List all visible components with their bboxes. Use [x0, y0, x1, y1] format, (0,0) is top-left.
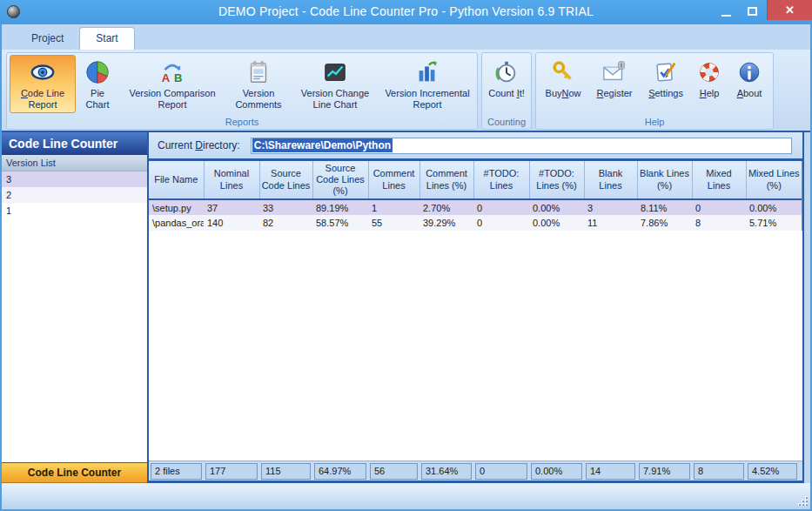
column-header-comment-lines[interactable]: Comment Lines: [368, 161, 419, 199]
titlebar: DEMO Project - Code Line Counter Pro - P…: [0, 0, 812, 24]
ribbon-group-reports: Code Line Report Pie Chart AB Version Co…: [6, 52, 478, 130]
current-directory-label: Current Directory:: [158, 139, 240, 151]
window-title: DEMO Project - Code Line Counter Pro - P…: [0, 4, 812, 18]
button-label: About: [737, 88, 762, 99]
line-chart-icon: [321, 58, 349, 86]
button-label: Code Line Report: [12, 88, 73, 111]
count-it-button[interactable]: Count It!: [485, 55, 528, 102]
column-header-blank-lines-pct[interactable]: Blank Lines (%): [637, 161, 692, 199]
ab-comparison-icon: AB: [158, 58, 186, 86]
column-header-file-name[interactable]: File Name: [149, 161, 204, 199]
column-header-mixed-lines-pct[interactable]: Mixed Lines (%): [746, 161, 802, 199]
table-cell: \setup.py: [149, 199, 204, 215]
table-cell: 37: [204, 199, 259, 215]
code-line-report-button[interactable]: Code Line Report: [10, 55, 76, 113]
close-button[interactable]: ✕: [767, 0, 812, 20]
summary-source-code-lines-pct: 64.97%: [314, 463, 366, 480]
table-cell: 39.29%: [419, 215, 473, 231]
results-table: File Name Nominal Lines Source Code Line…: [149, 161, 802, 231]
column-header-comment-lines-pct[interactable]: Comment Lines (%): [419, 161, 473, 199]
column-header-mixed-lines[interactable]: Mixed Lines: [692, 161, 746, 199]
notepad-icon: [245, 58, 272, 86]
button-label: Version Comparison Report: [122, 88, 223, 111]
minimize-button[interactable]: [716, 3, 735, 19]
column-header-todo-lines-pct[interactable]: #TODO: Lines (%): [529, 161, 584, 199]
ribbon: Code Line Report Pie Chart AB Version Co…: [2, 50, 810, 132]
summary-source-code-lines: 115: [261, 463, 311, 480]
table-empty-area: [149, 231, 802, 461]
button-label: Count It!: [488, 88, 525, 99]
button-label: Help: [700, 88, 720, 99]
column-header-nominal-lines[interactable]: Nominal Lines: [204, 161, 259, 199]
table-cell: 82: [259, 215, 312, 231]
version-incremental-report-button[interactable]: Version Incremental Report: [380, 55, 474, 113]
table-cell: 2.70%: [419, 199, 473, 215]
summary-todo-lines-pct: 0.00%: [531, 463, 582, 480]
version-comparison-report-button[interactable]: AB Version Comparison Report: [119, 55, 225, 113]
table-cell: 3: [584, 199, 637, 215]
table-cell: 140: [204, 215, 259, 231]
buynow-button[interactable]: BuyNow: [539, 55, 587, 102]
table-cell: 89.19%: [312, 199, 368, 215]
version-list-item[interactable]: 1: [2, 203, 147, 219]
button-label: Pie Chart: [80, 88, 115, 111]
application-window: DEMO Project - Code Line Counter Pro - P…: [0, 0, 812, 511]
lifebuoy-icon: [695, 58, 723, 86]
summary-mixed-lines: 8: [694, 463, 744, 480]
right-margin-strip: [804, 132, 810, 483]
tab-project[interactable]: Project: [16, 28, 79, 50]
help-button[interactable]: Help: [692, 55, 727, 102]
table-cell: 0.00%: [529, 199, 584, 215]
table-cell: 8.11%: [637, 199, 692, 215]
resize-grip-icon[interactable]: [796, 494, 809, 507]
button-label: Register: [597, 88, 633, 99]
column-header-source-code-lines[interactable]: Source Code Lines: [259, 161, 312, 199]
svg-text:B: B: [174, 71, 182, 84]
table-header-row: File Name Nominal Lines Source Code Line…: [149, 161, 802, 199]
summary-todo-lines: 0: [475, 463, 527, 480]
summary-comment-lines: 56: [370, 463, 418, 480]
pie-chart-button[interactable]: Pie Chart: [77, 55, 117, 113]
table-row[interactable]: \setup.py 37 33 89.19% 1 2.70% 0 0.00% 3…: [149, 199, 802, 215]
register-button[interactable]: Register: [589, 55, 640, 102]
ribbon-group-counting: Count It! Counting: [481, 52, 532, 130]
table-row[interactable]: \pandas_orac 140 82 58.57% 55 39.29% 0 0…: [149, 215, 802, 231]
button-label: BuyNow: [546, 88, 581, 99]
button-label: Version Incremental Report: [383, 88, 472, 111]
about-button[interactable]: About: [728, 55, 770, 102]
ribbon-tab-row: Project Start: [2, 24, 810, 50]
table-cell: 8: [692, 215, 746, 231]
settings-button[interactable]: Settings: [641, 55, 690, 102]
maximize-button[interactable]: [742, 3, 762, 19]
column-header-source-code-lines-pct[interactable]: Source Code Lines (%): [312, 161, 368, 199]
summary-row: 2 files 177 115 64.97% 56 31.64% 0 0.00%…: [149, 461, 802, 483]
column-header-blank-lines[interactable]: Blank Lines: [584, 161, 637, 199]
svg-text:A: A: [162, 71, 171, 84]
version-change-line-chart-button[interactable]: Version Change Line Chart: [292, 55, 379, 113]
table-cell: 1: [368, 199, 419, 215]
code-line-counter-panel-button[interactable]: Code Line Counter: [2, 462, 147, 483]
stopwatch-icon: [493, 58, 520, 86]
summary-blank-lines: 14: [586, 463, 635, 480]
eye-icon: [29, 58, 57, 86]
table-cell: 5.71%: [746, 215, 802, 231]
version-list-item[interactable]: 3: [2, 171, 147, 187]
current-directory-value: C:\Shareware\Demo\Python: [252, 138, 393, 152]
current-directory-input[interactable]: C:\Shareware\Demo\Python: [251, 138, 792, 154]
version-list: 3 2 1: [2, 171, 147, 462]
table-cell: 11: [584, 215, 637, 231]
current-directory-bar: Current Directory: C:\Shareware\Demo\Pyt…: [149, 132, 802, 161]
version-list-item[interactable]: 2: [2, 187, 147, 203]
table-cell: 0.00%: [746, 199, 802, 215]
tab-start[interactable]: Start: [79, 27, 134, 50]
ribbon-group-help: BuyNow Register Settings: [535, 52, 774, 130]
summary-nominal-lines: 177: [205, 463, 258, 480]
column-header-todo-lines[interactable]: #TODO: Lines: [473, 161, 529, 199]
ribbon-group-label-help: Help: [538, 117, 771, 129]
button-label: Settings: [648, 88, 683, 99]
table-cell: 33: [259, 199, 312, 215]
version-comments-button[interactable]: Version Comments: [227, 55, 290, 113]
minimize-icon: [721, 15, 731, 17]
summary-mixed-lines-pct: 4.52%: [748, 463, 797, 480]
main-panel: Current Directory: C:\Shareware\Demo\Pyt…: [149, 132, 804, 483]
